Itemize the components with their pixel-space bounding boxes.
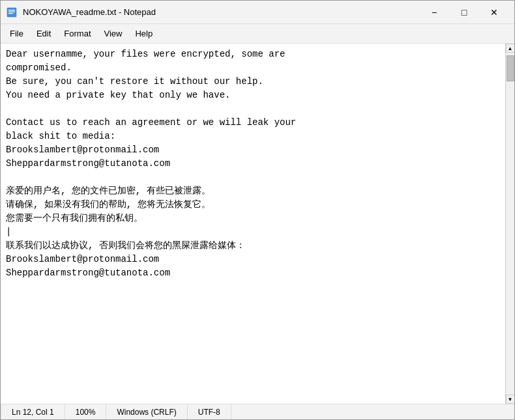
menu-bar: File Edit Format View Help	[1, 24, 514, 44]
svg-rect-3	[8, 13, 13, 14]
svg-rect-1	[8, 10, 15, 10]
notepad-window: NOKOYAWA_readme.txt - Notepad − □ ✕ File…	[0, 0, 515, 420]
menu-file[interactable]: File	[3, 26, 30, 41]
editor-container: ▲ ▼	[1, 44, 514, 404]
maximize-button[interactable]: □	[449, 1, 479, 24]
app-icon	[6, 7, 18, 18]
svg-rect-2	[8, 11, 15, 12]
menu-help[interactable]: Help	[128, 26, 159, 41]
scroll-up-button[interactable]: ▲	[506, 44, 515, 53]
window-controls: − □ ✕	[419, 1, 509, 24]
encoding: UTF-8	[188, 404, 231, 419]
menu-format[interactable]: Format	[57, 26, 97, 41]
cursor-position: Ln 12, Col 1	[1, 404, 65, 419]
scroll-down-button[interactable]: ▼	[506, 395, 515, 404]
close-button[interactable]: ✕	[479, 1, 509, 24]
zoom-level: 100%	[65, 404, 107, 419]
text-editor[interactable]	[1, 44, 505, 404]
window-title: NOKOYAWA_readme.txt - Notepad	[23, 7, 419, 17]
line-ending: Windows (CRLF)	[106, 404, 187, 419]
minimize-button[interactable]: −	[419, 1, 449, 24]
svg-rect-0	[7, 8, 16, 17]
vertical-scrollbar[interactable]: ▲ ▼	[505, 44, 514, 404]
scroll-thumb[interactable]	[507, 55, 514, 81]
menu-view[interactable]: View	[98, 26, 129, 41]
status-bar: Ln 12, Col 1 100% Windows (CRLF) UTF-8	[1, 404, 514, 419]
title-bar: NOKOYAWA_readme.txt - Notepad − □ ✕	[1, 1, 514, 24]
menu-edit[interactable]: Edit	[30, 26, 57, 41]
scroll-track	[506, 53, 514, 395]
